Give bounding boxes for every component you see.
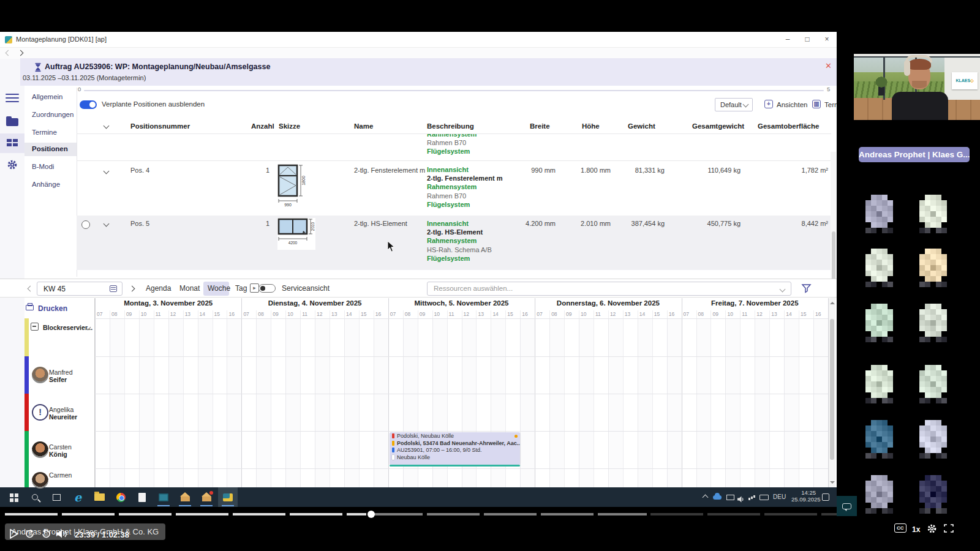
- calendar-vertical-scrollbar[interactable]: [829, 298, 835, 487]
- taskbar-icon-app-house-alert[interactable]: [197, 487, 216, 507]
- print-button[interactable]: Drucken: [38, 304, 67, 313]
- taskbar-icon-edge[interactable]: e: [68, 487, 88, 507]
- prev-week-icon[interactable]: [28, 286, 34, 292]
- scrollbar-thumb[interactable]: [830, 319, 834, 460]
- split-view-icon[interactable]: ▸: [250, 283, 259, 293]
- player-settings-gear-icon[interactable]: [927, 523, 937, 536]
- clock[interactable]: 14:25 25.09.2025: [791, 489, 816, 503]
- col-gewicht[interactable]: Gewicht: [628, 122, 655, 130]
- settings-gear-icon[interactable]: [0, 154, 24, 174]
- onedrive-cloud-icon[interactable]: [713, 495, 722, 500]
- captions-button[interactable]: CC: [894, 523, 907, 533]
- col-beschreibung[interactable]: Beschreibung: [427, 122, 474, 130]
- filter-funnel-icon[interactable]: [801, 283, 812, 294]
- taskbar-icon-chrome[interactable]: [111, 487, 130, 507]
- forward-icon[interactable]: [18, 50, 24, 56]
- speaker-icon[interactable]: [737, 494, 745, 505]
- serviceansicht-toggle[interactable]: [258, 284, 276, 293]
- keyboard-icon[interactable]: [760, 495, 769, 500]
- headphones-band: [905, 55, 932, 62]
- calendar-picker-icon[interactable]: [110, 285, 117, 292]
- maximize-button[interactable]: □: [797, 32, 817, 47]
- video-progress-played[interactable]: [5, 513, 366, 515]
- hour-label: 14: [200, 311, 205, 317]
- taskbar-icon-start[interactable]: [4, 487, 23, 507]
- col-skizze[interactable]: Skizze: [279, 122, 300, 130]
- chevron-down-icon[interactable]: [780, 287, 786, 293]
- last-name: König: [49, 451, 67, 458]
- rewind-10-icon[interactable]: 10: [24, 529, 36, 541]
- taskbar-icon-search[interactable]: [25, 487, 45, 507]
- col-breite[interactable]: Breite: [530, 122, 550, 130]
- event-accent-bar: [390, 465, 520, 467]
- row-radio-button[interactable]: [81, 220, 90, 229]
- hour-label: 08: [551, 311, 557, 317]
- dashboard-grid-icon[interactable]: [0, 133, 24, 153]
- nav-item-b-modi[interactable]: B-Modi: [24, 160, 77, 174]
- playback-speed-button[interactable]: 1x: [912, 525, 920, 534]
- scroll-up-icon[interactable]: [830, 299, 835, 304]
- fullscreen-icon[interactable]: [944, 524, 954, 535]
- col-hoehe[interactable]: Höhe: [582, 122, 600, 130]
- network-icon[interactable]: [748, 498, 750, 500]
- col-name[interactable]: Name: [354, 122, 373, 130]
- expand-all-icon[interactable]: [104, 123, 110, 129]
- tab-agenda[interactable]: Agenda: [146, 284, 171, 293]
- ansichten-button[interactable]: Ansichten: [777, 101, 808, 108]
- video-progress-buffered[interactable]: [370, 513, 647, 515]
- first-name: Manfred: [49, 369, 73, 376]
- taskbar-icon-app-box[interactable]: [154, 487, 173, 507]
- calendar-event[interactable]: Podolski, Neubau KöllePodolski, 53474 Ba…: [390, 432, 520, 465]
- week-input[interactable]: KW 45: [37, 282, 123, 296]
- serviceansicht-label: Serviceansicht: [282, 284, 330, 293]
- nav-item-positionen[interactable]: Positionen: [24, 143, 77, 156]
- resources-input[interactable]: Ressourcen auswählen...: [427, 282, 791, 296]
- taskbar-icon-document[interactable]: [132, 487, 152, 507]
- hamburger-menu-icon[interactable]: [0, 88, 24, 108]
- resource-name-angelika-neureiter[interactable]: AngelikaNeureiter: [49, 406, 77, 421]
- tray-expand-icon[interactable]: [703, 495, 707, 500]
- tab-monat[interactable]: Monat: [179, 284, 200, 293]
- hour-gridline: [330, 310, 330, 487]
- svg-text:10: 10: [28, 533, 32, 536]
- nav-item-allgemein[interactable]: Allgemein: [24, 91, 77, 104]
- language-indicator[interactable]: DEU: [773, 493, 786, 500]
- nav-item-termine[interactable]: Termine: [24, 126, 77, 140]
- display-icon[interactable]: [726, 495, 734, 500]
- expand-row-icon[interactable]: [104, 168, 110, 174]
- action-center-icon[interactable]: [822, 493, 829, 501]
- tab-woche[interactable]: Woche: [208, 284, 230, 293]
- projects-folder-icon[interactable]: [0, 113, 24, 132]
- hide-planned-toggle[interactable]: [80, 100, 97, 109]
- volume-icon[interactable]: [56, 530, 69, 541]
- close-button[interactable]: ×: [817, 32, 837, 47]
- taskbar-icon-task-view[interactable]: [47, 487, 66, 507]
- video-playhead[interactable]: [368, 511, 375, 518]
- termine-icon: ▥: [812, 100, 821, 108]
- back-icon[interactable]: [6, 50, 12, 56]
- minimize-button[interactable]: –: [778, 32, 797, 47]
- view-selector-dropdown[interactable]: Default: [715, 98, 753, 111]
- scroll-down-icon[interactable]: [830, 481, 835, 486]
- resource-name-manfred-seifer[interactable]: ManfredSeifer: [49, 369, 73, 383]
- taskbar-icon-app-active[interactable]: [218, 487, 238, 507]
- nav-item-anh-nge[interactable]: Anhänge: [24, 178, 77, 192]
- taskbar-icon-app-house[interactable]: [175, 487, 195, 507]
- col-gesamtoberflaeche[interactable]: Gesamtoberfläche: [758, 122, 819, 130]
- forward-10-icon[interactable]: 10: [40, 529, 51, 541]
- resource-name-carsten-k-nig[interactable]: CarstenKönig: [49, 443, 72, 458]
- table-row-partial[interactable]: RahmensystemRahmen B70Flügelsystem: [427, 134, 586, 160]
- col-positionsnummer[interactable]: Positionsnummer: [130, 122, 190, 130]
- resource-name-carmen[interactable]: Carmen: [49, 471, 72, 479]
- next-week-icon[interactable]: [129, 286, 135, 292]
- order-close-icon[interactable]: ✕: [825, 61, 832, 70]
- taskbar-icon-explorer[interactable]: [89, 487, 109, 507]
- col-gesamtgewicht[interactable]: Gesamtgewicht: [692, 122, 744, 130]
- svg-text:4200: 4200: [288, 241, 298, 245]
- play-icon[interactable]: [10, 529, 18, 541]
- tab-tag[interactable]: Tag: [235, 284, 247, 293]
- nav-item-zuordnungen[interactable]: Zuordnungen: [24, 108, 77, 122]
- col-anzahl[interactable]: Anzahl: [251, 122, 274, 130]
- chat-icon-box[interactable]: [837, 496, 857, 516]
- description-line: Flügelsystem: [427, 254, 492, 263]
